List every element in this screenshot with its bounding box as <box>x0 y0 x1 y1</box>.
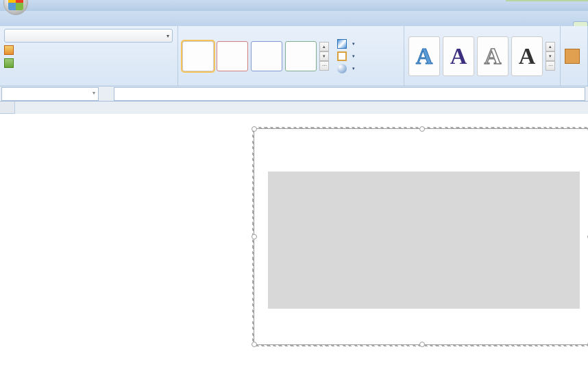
tab-layout[interactable] <box>559 22 573 26</box>
handle-sw[interactable] <box>252 342 257 347</box>
group-label-shape-styles <box>182 84 400 85</box>
group-label-arrange <box>565 84 583 85</box>
group-label-fragment <box>4 84 173 85</box>
shape-style-up[interactable]: ▴ <box>319 42 329 51</box>
format-selection-button[interactable] <box>4 45 16 56</box>
reset-style-icon <box>4 58 14 68</box>
wordart-more[interactable]: ⋯ <box>546 61 555 71</box>
office-logo-icon <box>8 0 23 10</box>
shape-effects-button[interactable]: ▾ <box>336 63 356 74</box>
row-headers-col <box>0 102 15 114</box>
tab-page-layout[interactable] <box>58 22 72 26</box>
handle-s[interactable] <box>419 342 425 347</box>
shape-style-3[interactable] <box>251 41 282 71</box>
group-current-selection <box>0 26 178 86</box>
formula-input[interactable] <box>114 87 585 101</box>
context-tools-label <box>506 0 588 1</box>
shape-outline-button[interactable]: ▾ <box>336 51 356 62</box>
group-arrange <box>561 26 588 86</box>
shape-style-1[interactable] <box>182 41 214 71</box>
ribbon-tabs <box>0 11 588 26</box>
shape-style-2[interactable] <box>217 41 248 71</box>
wordart-down[interactable]: ▾ <box>546 51 555 61</box>
column-headers <box>15 102 588 114</box>
shape-style-down[interactable]: ▾ <box>319 51 329 61</box>
arrange-icon[interactable] <box>565 49 580 64</box>
name-box[interactable] <box>1 87 99 101</box>
formula-bar <box>0 86 588 102</box>
shape-style-scroll: ▴ ▾ ⋯ <box>319 42 329 71</box>
group-shape-styles: ▴ ▾ ⋯ ▾ ▾ ▾ <box>178 26 404 86</box>
wordart-style-4[interactable]: A <box>511 36 543 76</box>
shape-style-4[interactable] <box>285 41 317 71</box>
shape-style-more[interactable]: ⋯ <box>319 61 329 71</box>
pencil-icon <box>337 51 347 61</box>
context-tools-header <box>506 0 588 1</box>
embedded-chart[interactable] <box>254 128 588 345</box>
ribbon: ▴ ▾ ⋯ ▾ ▾ ▾ A A A A ▴ ▾ ⋯ <box>0 26 588 86</box>
tab-insert[interactable] <box>45 22 58 26</box>
wordart-up[interactable]: ▴ <box>546 42 555 51</box>
wordart-style-1[interactable]: A <box>408 36 440 76</box>
effects-icon <box>337 64 347 73</box>
handle-n[interactable] <box>419 126 425 132</box>
title-bar <box>0 0 588 11</box>
wordart-style-3[interactable]: A <box>477 36 509 76</box>
tab-review[interactable] <box>99 22 113 26</box>
handle-nw[interactable] <box>252 126 257 132</box>
group-label-wordart <box>408 84 556 85</box>
tab-design[interactable] <box>546 22 559 26</box>
bucket-icon <box>337 39 347 49</box>
tab-view[interactable] <box>113 22 127 26</box>
handle-w[interactable] <box>252 234 257 239</box>
tab-format[interactable] <box>573 21 588 26</box>
chart-element-selector[interactable] <box>4 29 173 43</box>
format-selection-icon <box>4 45 14 55</box>
wordart-scroll: ▴ ▾ ⋯ <box>546 42 555 71</box>
group-wordart-styles: A A A A ▴ ▾ ⋯ <box>404 26 561 86</box>
reset-style-button[interactable] <box>4 58 16 69</box>
select-all-corner[interactable] <box>0 102 15 114</box>
wordart-style-2[interactable]: A <box>443 36 474 76</box>
chart-plot-area[interactable] <box>268 172 580 309</box>
tab-home[interactable] <box>31 22 45 26</box>
worksheet <box>0 102 588 114</box>
tab-formulas[interactable] <box>72 22 86 26</box>
tab-data[interactable] <box>86 22 99 26</box>
shape-fill-button[interactable]: ▾ <box>336 38 356 49</box>
